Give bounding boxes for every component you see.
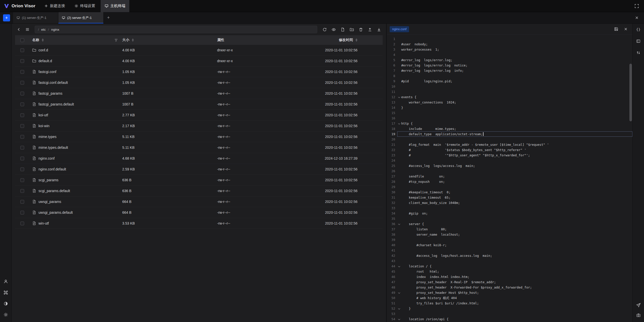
code-line[interactable]: 26 — [387, 168, 632, 174]
fold-toggle-icon[interactable] — [397, 94, 401, 100]
sort-icon[interactable] — [42, 39, 44, 42]
code-line[interactable]: 29 — [387, 184, 632, 190]
transfer-button[interactable] — [635, 49, 642, 56]
code-line[interactable]: 43 — [387, 258, 632, 264]
editor-scrollbar[interactable] — [629, 64, 632, 121]
code-line[interactable]: 49 proxy_set_header Host $http_host; — [387, 290, 632, 295]
breadcrumb-segment-nginx[interactable]: nginx — [51, 28, 59, 31]
code-line[interactable]: 40 #charset koi8-r; — [387, 242, 632, 248]
row-checkbox[interactable] — [15, 222, 29, 225]
code-line[interactable]: 12events { — [387, 94, 632, 100]
code-line[interactable]: 20 — [387, 137, 632, 142]
file-row[interactable]: uwsgi_params.default664 B-rw-r--r--2020-… — [15, 207, 383, 218]
code-line[interactable]: 36 server { — [387, 221, 632, 227]
code-line[interactable]: 32 client_max_body_size 1048m; — [387, 200, 632, 205]
code-line[interactable]: 38 server_name localhost; — [387, 232, 632, 237]
row-checkbox[interactable] — [15, 92, 29, 95]
code-line[interactable]: 45 root html; — [387, 269, 632, 274]
code-line[interactable]: 48 proxy_set_header X-Forwarded-For $pro… — [387, 285, 632, 290]
new-tab-button[interactable]: + — [104, 12, 113, 23]
new-folder-button[interactable] — [348, 26, 355, 33]
code-panel-button[interactable]: {} — [635, 26, 642, 33]
code-line[interactable]: 13 worker_connections 1024; — [387, 100, 632, 105]
code-line[interactable]: 10 — [387, 84, 632, 89]
code-line[interactable]: 28 #tcp_nopush on; — [387, 179, 632, 184]
code-line[interactable]: 46 index index.html index.htm; — [387, 274, 632, 279]
fold-toggle-icon[interactable] — [397, 306, 401, 311]
file-name[interactable]: mime.types — [29, 135, 122, 139]
row-checkbox[interactable] — [15, 178, 29, 182]
editor-code-area[interactable]: 12#user nobody;3worker_processes 1;45#er… — [387, 35, 632, 322]
file-row[interactable]: fastcgi_params.default1007 B-rw-r--r--20… — [15, 99, 383, 110]
code-line[interactable]: 31 keepalive_timeout 65; — [387, 195, 632, 200]
row-checkbox[interactable] — [15, 146, 29, 150]
file-name[interactable]: conf.d — [29, 48, 122, 52]
code-line[interactable]: 35 — [387, 216, 632, 221]
column-header-name[interactable]: 名称 — [29, 38, 122, 42]
code-line[interactable]: 18 include mime.types; — [387, 126, 632, 131]
file-name[interactable]: uwsgi_params — [29, 200, 122, 204]
new-file-button[interactable] — [339, 26, 346, 33]
row-checkbox[interactable] — [15, 167, 29, 171]
code-line[interactable]: 9#pid logs/nginx.pid; — [387, 79, 632, 84]
code-line[interactable]: 7#error_log logs/error.log info; — [387, 68, 632, 73]
file-name[interactable]: nginx.conf — [29, 156, 122, 160]
layout-panel-button[interactable] — [635, 37, 642, 45]
send-command-button[interactable] — [635, 301, 642, 309]
code-line[interactable]: 11 — [387, 89, 632, 94]
editor-file-tab[interactable]: nginx.conf — [390, 26, 409, 32]
row-checkbox[interactable] — [15, 102, 29, 106]
code-line[interactable]: 4 — [387, 52, 632, 57]
funnel-icon[interactable] — [114, 39, 118, 42]
file-name[interactable]: scgi_params — [29, 178, 122, 182]
code-line[interactable]: 25 #access_log logs/access.log main; — [387, 163, 632, 168]
file-name[interactable]: uwsgi_params.default — [29, 210, 122, 214]
fold-toggle-icon[interactable] — [397, 316, 401, 322]
code-line[interactable]: 52 } — [387, 306, 632, 311]
code-line[interactable]: 3worker_processes 1; — [387, 47, 632, 52]
file-row[interactable]: default.d4.00 KBdrwxr-xr-x2020-11-01 10:… — [15, 56, 383, 66]
code-line[interactable]: 14} — [387, 105, 632, 110]
file-name[interactable]: win-utf — [29, 221, 122, 225]
file-row[interactable]: mime.types.default5.11 KB-rw-r--r--2020-… — [15, 142, 383, 153]
nav-item-terminal-settings[interactable]: 终端设置 — [70, 0, 99, 12]
file-name[interactable]: mime.types.default — [29, 146, 122, 150]
toggle-hidden-files-button[interactable] — [330, 26, 337, 33]
theme-button[interactable] — [2, 300, 10, 307]
file-name[interactable]: fastcgi.conf.default — [29, 81, 122, 85]
code-line[interactable]: 50 # web history 模式 404 — [387, 295, 632, 301]
file-name[interactable]: koi-utf — [29, 113, 122, 117]
code-line[interactable]: 6#error_log logs/error.log notice; — [387, 63, 632, 68]
code-line[interactable]: 33 — [387, 205, 632, 211]
shortcut-button[interactable] — [2, 289, 10, 296]
file-row[interactable]: koi-win2.17 KB-rw-r--r--2020-11-01 10:02… — [15, 121, 383, 131]
code-line[interactable]: 51 try_files $uri $uri/ /index.html; — [387, 301, 632, 306]
code-line[interactable]: 15 — [387, 110, 632, 116]
row-checkbox[interactable] — [15, 48, 29, 52]
sort-icon[interactable] — [132, 39, 134, 42]
code-line[interactable]: 37 listen 80; — [387, 227, 632, 232]
file-name[interactable]: koi-win — [29, 124, 122, 128]
file-row[interactable]: fastcgi_params1007 B-rw-r--r--2020-11-01… — [15, 88, 383, 99]
row-checkbox[interactable] — [15, 124, 29, 128]
file-name[interactable]: scgi_params.default — [29, 189, 122, 193]
file-row[interactable]: nginx.conf4.68 KB-rw-r--r--2024-12-10 16… — [15, 153, 383, 164]
code-line[interactable]: 30 #keepalive_timeout 0; — [387, 190, 632, 195]
code-line[interactable]: 24 — [387, 158, 632, 163]
breadcrumb-segment-etc[interactable]: etc — [41, 28, 46, 31]
code-line[interactable]: 41 — [387, 248, 632, 253]
code-line[interactable]: 27 sendfile on; — [387, 174, 632, 179]
fullscreen-button[interactable] — [633, 2, 640, 10]
file-name[interactable]: nginx.conf.default — [29, 167, 122, 171]
code-line[interactable]: 39 — [387, 237, 632, 242]
row-checkbox[interactable] — [15, 59, 29, 63]
code-line[interactable]: 1 — [387, 36, 632, 42]
file-row[interactable]: nginx.conf.default2.59 KB-rw-r--r--2020-… — [15, 164, 383, 175]
row-checkbox[interactable] — [15, 189, 29, 193]
code-line[interactable]: 21 #log_format main '$remote_addr - $rem… — [387, 142, 632, 147]
row-checkbox[interactable] — [15, 200, 29, 204]
delete-button[interactable] — [357, 26, 365, 33]
upload-button[interactable] — [366, 26, 374, 33]
row-checkbox[interactable] — [15, 157, 29, 160]
fold-toggle-icon[interactable] — [397, 290, 401, 295]
